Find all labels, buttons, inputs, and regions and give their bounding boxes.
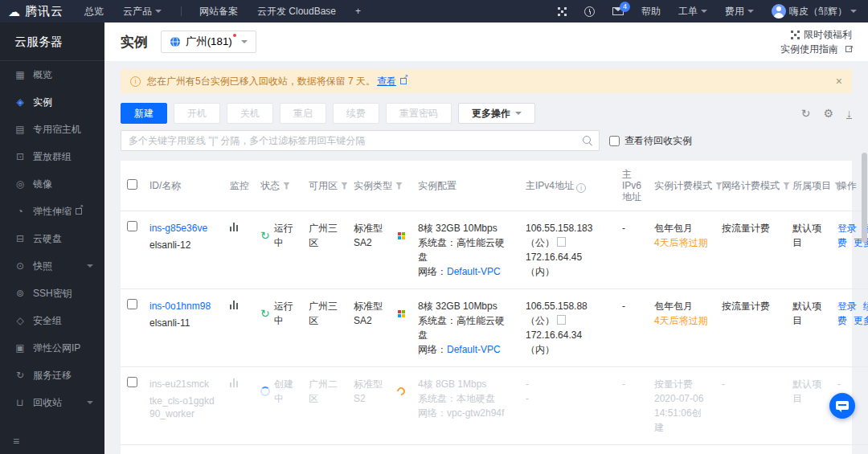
sidebar-item-service-migration[interactable]: ↻服务迁移 [0,362,104,389]
sidebar-item-instances[interactable]: ◈实例 [0,88,104,116]
sidebar-item-dedicated-hosts[interactable]: ▤专用宿主机 [0,116,104,143]
vpc-link[interactable]: Default-VPC [447,266,501,277]
tencent-cloud-logo[interactable]: ☁ 腾讯云 [8,4,63,19]
camera-icon: ⊙ [14,260,26,272]
public-ip: - [526,377,609,391]
row-checkbox[interactable] [127,377,137,387]
private-ip: 172.16.64.45（内） [526,250,609,279]
gear-icon[interactable]: ⚙ [823,107,833,120]
sidebar-item-eip[interactable]: ▣弹性公网IP [0,334,104,362]
nav-overview[interactable]: 总览 [84,5,104,18]
disk-icon: ⊟ [14,233,26,244]
sidebar-item-overview[interactable]: ▦概览 [0,61,104,88]
nav-icp[interactable]: 网站备案 [199,5,238,18]
vpc-link[interactable]: Default-VPC [447,344,501,355]
close-icon[interactable]: × [836,75,842,88]
instance-id-link[interactable]: ins-0o1hnm98 [149,301,211,312]
login-action[interactable]: 登录 [837,301,857,312]
nav-add-shortcut[interactable]: + [355,6,361,17]
billing-menu[interactable]: 费用 [725,5,754,18]
config-spec: 8核 32GB 10Mbps [418,221,513,235]
row-checkbox[interactable] [127,299,137,309]
sidebar-item-label: 安全组 [33,314,62,328]
qr-code-icon [558,7,567,16]
filter-icon[interactable] [395,182,403,190]
vertical-scrollbar[interactable] [862,129,867,451]
instance-id-link[interactable]: ins-g85e36ve [149,223,207,234]
sidebar-item-recycle-bin[interactable]: ⊔回收站 [0,389,104,416]
info-icon: i [130,76,141,87]
scan-qr-button[interactable] [558,7,567,16]
copy-icon[interactable] [559,317,566,325]
reset-password-button[interactable]: 重置密码 [386,103,452,124]
user-menu[interactable]: 嗨皮（邹辉） [772,4,857,18]
help-menu[interactable]: 帮助 [641,5,661,18]
create-button[interactable]: 新建 [121,103,167,124]
instance-name: elsanli-12 [149,239,217,252]
row-checkbox[interactable] [127,221,137,231]
sidebar-item-cloud-disks[interactable]: ⊟云硬盘 [0,225,104,252]
recycle-filter-checkbox[interactable]: 查看待回收实例 [609,134,692,148]
sidebar-item-placement-groups[interactable]: ⊡置放群组 [0,143,104,170]
select-all-checkbox[interactable] [127,179,137,190]
cube-icon: ◈ [14,96,26,108]
brand-name: 腾讯云 [25,4,63,19]
amd-cpu-icon [398,310,405,317]
search-input[interactable] [121,130,600,151]
refresh-icon[interactable]: ↻ [801,107,811,120]
sidebar-item-images[interactable]: ◎镜像 [0,170,104,198]
banner-view-link[interactable]: 查看 [377,75,396,88]
nav-products[interactable]: 云产品 [123,5,162,18]
instance-id-link[interactable]: ins-eu21smck [149,378,209,390]
recycle-filter-label: 查看待回收实例 [624,134,692,148]
ticket-menu[interactable]: 工单 [678,5,707,18]
checkbox[interactable] [609,136,620,146]
chat-support-button[interactable] [829,393,855,419]
monitor-icon[interactable] [230,378,238,387]
nav-cloudbase[interactable]: 云开发 CloudBase [257,5,336,18]
vpc-name: vpc-gtw2h94f [447,407,504,419]
scrollbar-thumb[interactable] [862,153,867,243]
login-action[interactable]: 登录 [837,223,857,234]
target-icon: ⊡ [14,151,26,162]
info-icon[interactable]: i [576,183,586,193]
instance-type: 标准型SA2 [354,221,395,250]
instance-guide-link[interactable]: 实例使用指南 [780,42,852,56]
shield-icon: ◇ [14,315,26,326]
copy-icon[interactable] [559,239,566,247]
monitor-icon[interactable] [230,300,238,309]
search-icon[interactable] [583,136,592,145]
cpu-arch-icon [395,386,407,397]
renew-button[interactable]: 续费 [333,103,379,124]
filter-icon[interactable] [283,182,290,190]
sidebar-collapse-button[interactable]: ≡ [13,435,19,448]
sidebar-item-label: 弹性公网IP [33,342,80,355]
filter-icon[interactable] [783,182,790,190]
scaling-icon: ◔ [14,206,26,217]
sidebar-item-label: 镜像 [33,178,52,191]
sidebar-item-security-groups[interactable]: ◇安全组 [0,307,104,334]
ipv6: - [622,301,625,312]
start-button[interactable]: 开机 [174,103,220,124]
sidebar-item-ssh-keys[interactable]: ⊚SSH密钥 [0,280,104,307]
project: 默认项目 [792,301,821,326]
promo-link[interactable]: 限时领福利 [780,27,852,42]
table-row: ins-g85e36ve elsanli-12 ↻运行中 广州三区 标准型SA2… [121,211,868,289]
monitor-icon[interactable] [230,222,238,231]
ipv6: - [622,223,625,234]
restart-button[interactable]: 重启 [280,103,326,124]
sidebar-item-snapshots[interactable]: ⊙快照 [0,252,104,280]
instance-name: tke_cls-o1ggkd90_worker [149,395,217,420]
sidebar-item-auto-scaling[interactable]: ◔弹性伸缩 [0,198,104,225]
sidebar-item-label: 专用宿主机 [33,123,81,137]
region-selector[interactable]: 广州(181) [161,31,256,53]
zone: 广州二区 [309,378,338,404]
more-actions-button[interactable]: 更多操作 [458,103,535,124]
actions-placeholder: - [837,378,841,390]
shutdown-button[interactable]: 关机 [227,103,273,124]
download-icon[interactable]: ↓ [846,108,852,119]
messages-button[interactable]: 4 [612,7,624,15]
history-button[interactable] [584,6,595,17]
filter-icon[interactable] [341,182,348,190]
cloud-icon: ☁ [8,6,20,18]
